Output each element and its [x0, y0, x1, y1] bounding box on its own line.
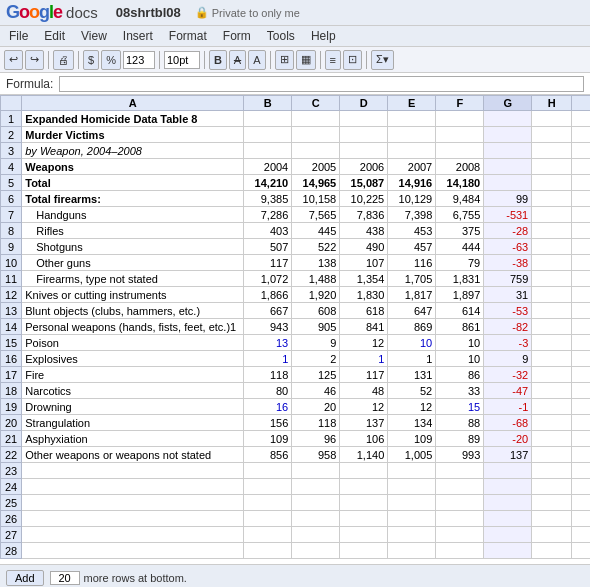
row-header[interactable]: 21	[1, 431, 22, 447]
cell-1-d[interactable]	[340, 111, 388, 127]
row-header[interactable]: 16	[1, 351, 22, 367]
cell-27-i[interactable]	[572, 527, 590, 543]
row-header[interactable]: 12	[1, 287, 22, 303]
cell-3-d[interactable]	[340, 143, 388, 159]
cell-18-f[interactable]: 33	[436, 383, 484, 399]
cell-15-f[interactable]: 10	[436, 335, 484, 351]
row-header[interactable]: 26	[1, 511, 22, 527]
cell-2-a[interactable]: Murder Victims	[22, 127, 244, 143]
cell-23-h[interactable]	[532, 463, 572, 479]
cell-13-c[interactable]: 608	[292, 303, 340, 319]
align-button[interactable]: ≡	[325, 50, 341, 70]
row-header[interactable]: 5	[1, 175, 22, 191]
cell-2-c[interactable]	[292, 127, 340, 143]
cell-17-b[interactable]: 118	[244, 367, 292, 383]
row-header[interactable]: 10	[1, 255, 22, 271]
cell-15-i[interactable]	[572, 335, 590, 351]
cell-14-g[interactable]: -82	[484, 319, 532, 335]
cell-19-b[interactable]: 16	[244, 399, 292, 415]
cell-4-i[interactable]	[572, 159, 590, 175]
currency-button[interactable]: $	[83, 50, 99, 70]
cell-16-c[interactable]: 2	[292, 351, 340, 367]
cell-7-f[interactable]: 6,755	[436, 207, 484, 223]
cell-8-i[interactable]	[572, 223, 590, 239]
cell-20-c[interactable]: 118	[292, 415, 340, 431]
cell-28-e[interactable]	[388, 543, 436, 559]
cell-12-f[interactable]: 1,897	[436, 287, 484, 303]
bold-button[interactable]: B	[209, 50, 227, 70]
cell-14-i[interactable]	[572, 319, 590, 335]
cell-13-a[interactable]: Blunt objects (clubs, hammers, etc.)	[22, 303, 244, 319]
cell-6-a[interactable]: Total firearms:	[22, 191, 244, 207]
cell-7-a[interactable]: Handguns	[22, 207, 244, 223]
cell-17-f[interactable]: 86	[436, 367, 484, 383]
cell-18-h[interactable]	[532, 383, 572, 399]
cell-22-h[interactable]	[532, 447, 572, 463]
cell-20-d[interactable]: 137	[340, 415, 388, 431]
cell-2-h[interactable]	[532, 127, 572, 143]
cell-5-g[interactable]	[484, 175, 532, 191]
font-color-button[interactable]: A	[248, 50, 265, 70]
cell-23-a[interactable]	[22, 463, 244, 479]
cell-12-c[interactable]: 1,920	[292, 287, 340, 303]
cell-12-i[interactable]	[572, 287, 590, 303]
cell-16-g[interactable]: 9	[484, 351, 532, 367]
row-header[interactable]: 2	[1, 127, 22, 143]
cell-6-h[interactable]	[532, 191, 572, 207]
cell-25-a[interactable]	[22, 495, 244, 511]
cell-3-h[interactable]	[532, 143, 572, 159]
cell-16-a[interactable]: Explosives	[22, 351, 244, 367]
font-size-input[interactable]	[164, 51, 200, 69]
cell-11-f[interactable]: 1,831	[436, 271, 484, 287]
redo-button[interactable]: ↪	[25, 50, 44, 70]
sum-button[interactable]: Σ▾	[371, 50, 394, 70]
cell-1-h[interactable]	[532, 111, 572, 127]
cell-11-b[interactable]: 1,072	[244, 271, 292, 287]
cell-2-d[interactable]	[340, 127, 388, 143]
row-header[interactable]: 23	[1, 463, 22, 479]
cell-28-i[interactable]	[572, 543, 590, 559]
cell-5-h[interactable]	[532, 175, 572, 191]
cell-11-g[interactable]: 759	[484, 271, 532, 287]
cell-24-a[interactable]	[22, 479, 244, 495]
cell-19-e[interactable]: 12	[388, 399, 436, 415]
cell-23-c[interactable]	[292, 463, 340, 479]
cell-5-e[interactable]: 14,916	[388, 175, 436, 191]
print-button[interactable]: 🖨	[53, 50, 74, 70]
add-button[interactable]: Add	[6, 570, 44, 586]
cell-9-a[interactable]: Shotguns	[22, 239, 244, 255]
cell-1-c[interactable]	[292, 111, 340, 127]
row-header[interactable]: 28	[1, 543, 22, 559]
cell-21-e[interactable]: 109	[388, 431, 436, 447]
cell-20-e[interactable]: 134	[388, 415, 436, 431]
cell-16-e[interactable]: 1	[388, 351, 436, 367]
col-header-g[interactable]: G	[484, 96, 532, 111]
cell-10-f[interactable]: 79	[436, 255, 484, 271]
cell-9-i[interactable]	[572, 239, 590, 255]
cell-21-d[interactable]: 106	[340, 431, 388, 447]
cell-14-f[interactable]: 861	[436, 319, 484, 335]
cell-5-i[interactable]	[572, 175, 590, 191]
cell-5-f[interactable]: 14,180	[436, 175, 484, 191]
row-header[interactable]: 9	[1, 239, 22, 255]
cell-19-d[interactable]: 12	[340, 399, 388, 415]
row-header[interactable]: 22	[1, 447, 22, 463]
col-header-c[interactable]: C	[292, 96, 340, 111]
cell-28-h[interactable]	[532, 543, 572, 559]
col-header-a[interactable]: A	[22, 96, 244, 111]
cell-5-a[interactable]: Total	[22, 175, 244, 191]
cell-13-g[interactable]: -53	[484, 303, 532, 319]
cell-13-b[interactable]: 667	[244, 303, 292, 319]
cell-2-b[interactable]	[244, 127, 292, 143]
cell-25-g[interactable]	[484, 495, 532, 511]
cell-6-i[interactable]	[572, 191, 590, 207]
cell-2-g[interactable]	[484, 127, 532, 143]
cell-4-f[interactable]: 2008	[436, 159, 484, 175]
cell-format-button[interactable]: ⊞	[275, 50, 294, 70]
cell-17-c[interactable]: 125	[292, 367, 340, 383]
cell-7-g[interactable]: -531	[484, 207, 532, 223]
cell-14-d[interactable]: 841	[340, 319, 388, 335]
cell-7-d[interactable]: 7,836	[340, 207, 388, 223]
cell-3-b[interactable]	[244, 143, 292, 159]
cell-7-c[interactable]: 7,565	[292, 207, 340, 223]
